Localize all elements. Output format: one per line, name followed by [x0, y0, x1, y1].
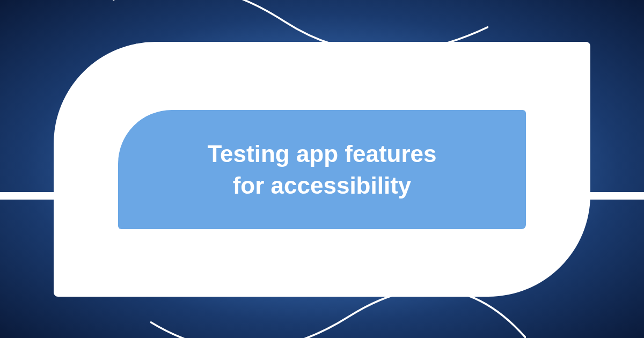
hero-title: Testing app features for accessibility: [186, 138, 458, 202]
hero-title-line2: for accessibility: [233, 172, 412, 199]
hero-title-line1: Testing app features: [207, 141, 436, 167]
inner-title-panel: Testing app features for accessibility: [118, 110, 526, 229]
